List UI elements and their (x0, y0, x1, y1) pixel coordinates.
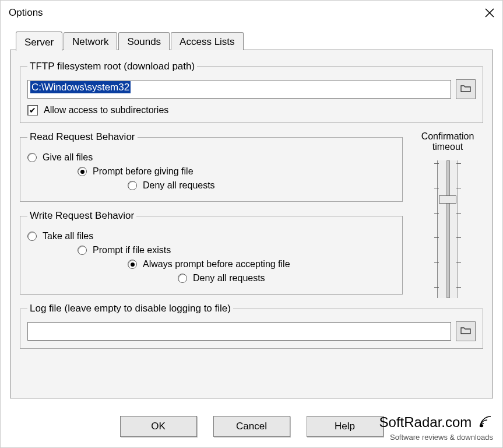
help-button[interactable]: Help (307, 416, 384, 437)
window-title: Options (9, 7, 43, 19)
radio-icon (178, 274, 187, 283)
tab-panel-server: TFTP filesystem root (download path) C:\… (10, 50, 493, 398)
read-behavior-legend: Read Request Behavior (27, 131, 138, 143)
write-option-label: Prompt if file exists (93, 245, 171, 256)
allow-subdirs-checkbox[interactable]: ✔ (27, 105, 38, 116)
radio-icon (78, 246, 87, 255)
radio-icon (128, 260, 137, 269)
read-option-prompt[interactable]: Prompt before giving file (27, 166, 395, 177)
log-file-legend: Log file (leave empty to disable logging… (27, 303, 233, 314)
log-file-input[interactable] (27, 322, 451, 341)
allow-subdirs-label: Allow access to subdirectories (44, 105, 168, 116)
radio-icon (128, 181, 137, 190)
read-option-label: Deny all requests (143, 180, 215, 191)
radio-icon (78, 167, 87, 176)
ok-button[interactable]: OK (120, 416, 197, 437)
tab-network[interactable]: Network (64, 32, 117, 50)
browse-log-button[interactable] (456, 321, 476, 341)
write-option-always-prompt[interactable]: Always prompt before accepting file (27, 259, 395, 270)
folder-icon (460, 84, 471, 94)
folder-icon (460, 326, 471, 337)
confirmation-label-2: timeout (412, 142, 483, 152)
group-read-behavior: Read Request Behavior Give all files Pro… (20, 131, 403, 202)
write-option-deny[interactable]: Deny all requests (27, 273, 395, 284)
cancel-button[interactable]: Cancel (213, 416, 290, 437)
browse-path-button[interactable] (456, 79, 476, 99)
download-path-input[interactable]: C:\Windows\system32 (27, 80, 451, 99)
check-icon: ✔ (29, 106, 36, 114)
confirmation-label: Confirmation (412, 131, 483, 142)
read-option-label: Prompt before giving file (93, 166, 194, 177)
titlebar: Options (1, 1, 502, 25)
read-option-give-all[interactable]: Give all files (27, 152, 395, 163)
radio-icon (27, 153, 37, 162)
tab-access-lists[interactable]: Access Lists (171, 32, 243, 50)
write-option-take-all[interactable]: Take all files (27, 231, 395, 242)
group-filesystem-root: TFTP filesystem root (download path) C:\… (20, 61, 483, 123)
write-option-label: Deny all requests (193, 273, 265, 284)
group-log-file: Log file (leave empty to disable logging… (20, 303, 483, 349)
slider-thumb[interactable] (439, 195, 456, 204)
dialog-button-row: OK Cancel Help (1, 416, 502, 437)
confirmation-timeout-slider[interactable] (437, 160, 458, 298)
filesystem-root-legend: TFTP filesystem root (download path) (27, 61, 197, 72)
write-behavior-legend: Write Request Behavior (27, 210, 136, 222)
tab-strip: Server Network Sounds Access Lists (16, 31, 493, 50)
download-path-value: C:\Windows\system32 (30, 81, 131, 93)
close-icon[interactable] (484, 7, 495, 19)
group-write-behavior: Write Request Behavior Take all files Pr… (20, 210, 403, 295)
radio-icon (27, 232, 37, 241)
read-option-label: Give all files (43, 152, 93, 163)
write-option-label: Always prompt before accepting file (143, 259, 290, 270)
tab-sounds[interactable]: Sounds (118, 32, 170, 50)
write-option-label: Take all files (43, 231, 93, 242)
tab-server[interactable]: Server (16, 32, 62, 51)
options-dialog: Options Server Network Sounds Access Lis… (0, 0, 503, 448)
confirmation-timeout-group: Confirmation timeout (412, 131, 483, 303)
read-option-deny[interactable]: Deny all requests (27, 180, 395, 191)
write-option-prompt-exists[interactable]: Prompt if file exists (27, 245, 395, 256)
